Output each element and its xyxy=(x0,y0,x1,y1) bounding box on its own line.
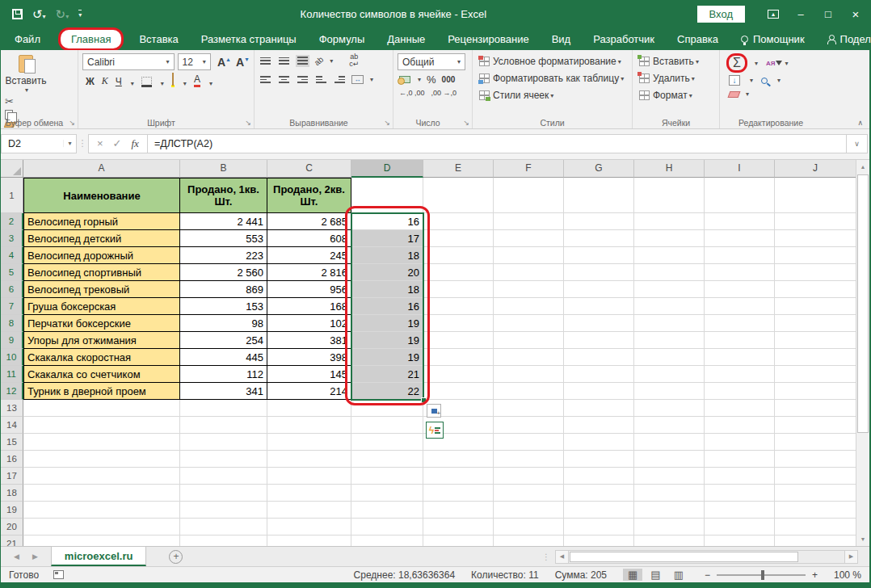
column-header-A[interactable]: A xyxy=(23,160,180,178)
cell-G17[interactable] xyxy=(564,468,634,485)
align-middle-button[interactable] xyxy=(277,55,291,67)
cell-E2[interactable] xyxy=(423,213,494,230)
cell-A5[interactable]: Велосипед спортивный xyxy=(23,264,180,281)
cell-C21[interactable] xyxy=(267,536,351,546)
cell-J21[interactable] xyxy=(775,536,856,546)
cancel-entry-button[interactable]: × xyxy=(97,137,103,149)
cell-A11[interactable]: Скакалка со счетчиком xyxy=(23,366,180,383)
row-header-6[interactable]: 6 xyxy=(1,281,23,298)
merge-caret-icon[interactable]: ▾ xyxy=(370,76,373,83)
cell-F17[interactable] xyxy=(494,468,564,485)
cell-G8[interactable] xyxy=(564,315,634,332)
autosum-button[interactable]: Σ xyxy=(729,56,745,70)
cell-F7[interactable] xyxy=(494,298,564,315)
cell-C10[interactable]: 398 xyxy=(267,349,351,366)
row-header-7[interactable]: 7 xyxy=(1,298,23,315)
column-header-D[interactable]: D xyxy=(351,160,423,178)
cell-C16[interactable] xyxy=(267,451,351,468)
fill-color-button[interactable] xyxy=(171,74,175,87)
cut-button[interactable]: ✂ xyxy=(5,95,74,107)
row-header-3[interactable]: 3 xyxy=(1,230,23,247)
cell-I7[interactable] xyxy=(705,298,775,315)
cell-A1[interactable]: Наименование xyxy=(23,178,180,213)
autosum-caret-icon[interactable]: ▾ xyxy=(755,60,758,67)
next-sheet-button[interactable]: ▶ xyxy=(32,552,38,561)
fill-button[interactable]: ↓ xyxy=(729,75,740,86)
cell-G19[interactable] xyxy=(564,502,634,519)
row-header-8[interactable]: 8 xyxy=(1,315,23,332)
increase-decimal-button[interactable]: ←,0 ,00 xyxy=(399,89,425,97)
cell-H2[interactable] xyxy=(634,213,705,230)
align-center-button[interactable] xyxy=(277,74,291,86)
vertical-scrollbar[interactable]: ▲ ▼ xyxy=(856,160,869,546)
scroll-up-button[interactable]: ▲ xyxy=(856,160,869,174)
cell-F10[interactable] xyxy=(494,349,564,366)
cell-F12[interactable] xyxy=(494,383,564,400)
clear-caret-icon[interactable]: ▾ xyxy=(746,90,749,98)
cell-E12[interactable] xyxy=(423,383,494,400)
row-header-9[interactable]: 9 xyxy=(1,332,23,349)
tab-help[interactable]: Справка xyxy=(667,30,729,48)
cell-F13[interactable] xyxy=(494,400,564,417)
borders-button[interactable] xyxy=(141,77,152,87)
cell-G14[interactable] xyxy=(564,417,634,434)
row-header-17[interactable]: 17 xyxy=(1,468,23,485)
select-all-corner[interactable] xyxy=(1,160,23,178)
cell-A9[interactable]: Упоры для отжимания xyxy=(23,332,180,349)
align-bottom-button[interactable] xyxy=(296,55,309,67)
cell-G9[interactable] xyxy=(564,332,634,349)
tab-home[interactable]: Главная xyxy=(61,30,121,48)
cell-B2[interactable]: 2 441 xyxy=(180,213,267,230)
cell-E16[interactable] xyxy=(423,451,494,468)
fill-handle[interactable] xyxy=(421,397,427,403)
cell-I1[interactable] xyxy=(705,178,775,213)
cell-D16[interactable] xyxy=(351,451,423,468)
cell-F5[interactable] xyxy=(494,264,564,281)
cell-B13[interactable] xyxy=(180,400,267,417)
cell-J2[interactable] xyxy=(775,213,856,230)
row-header-16[interactable]: 16 xyxy=(1,451,23,468)
cell-I4[interactable] xyxy=(705,247,775,264)
undo-caret-icon[interactable]: ▾ xyxy=(43,13,46,20)
cell-E17[interactable] xyxy=(423,468,494,485)
row-header-14[interactable]: 14 xyxy=(1,417,23,434)
confirm-entry-button[interactable]: ✓ xyxy=(113,137,122,149)
cell-B7[interactable]: 153 xyxy=(180,298,267,315)
cell-I14[interactable] xyxy=(705,417,775,434)
column-header-I[interactable]: I xyxy=(705,160,775,178)
horizontal-scroll-track[interactable] xyxy=(569,550,844,564)
tab-file[interactable]: Файл xyxy=(1,30,54,48)
cell-D20[interactable] xyxy=(351,519,423,536)
align-right-button[interactable] xyxy=(296,74,309,86)
cell-H4[interactable] xyxy=(634,247,705,264)
number-format-select[interactable]: Общий▾ xyxy=(398,53,465,70)
zoom-level[interactable]: 100 % xyxy=(834,569,861,581)
zoom-slider[interactable] xyxy=(717,574,806,576)
column-header-J[interactable]: J xyxy=(775,160,856,178)
row-header-2[interactable]: 2 xyxy=(1,213,23,230)
cell-H10[interactable] xyxy=(634,349,705,366)
cell-G11[interactable] xyxy=(564,366,634,383)
orientation-button[interactable]: ab xyxy=(313,54,326,67)
tab-data[interactable]: Данные xyxy=(377,30,436,48)
scroll-left-button[interactable]: ◀ xyxy=(555,550,569,564)
horizontal-scrollbar[interactable]: ◀ ▶ xyxy=(555,550,858,564)
cell-D10[interactable]: 19 xyxy=(351,349,423,366)
formula-bar-expand-button[interactable]: ∨ xyxy=(847,134,868,153)
cell-F15[interactable] xyxy=(494,434,564,451)
autofill-options-button[interactable] xyxy=(427,404,441,418)
wrap-text-button[interactable]: abc↵ xyxy=(349,53,359,68)
page-break-view-button[interactable]: ▥ xyxy=(669,569,688,581)
insert-cells-button[interactable]: Вставить ▾ xyxy=(637,55,715,68)
cell-D12[interactable]: 22 xyxy=(351,383,423,400)
cell-J17[interactable] xyxy=(775,468,856,485)
cell-E7[interactable] xyxy=(423,298,494,315)
cell-F1[interactable] xyxy=(494,178,564,213)
cell-G15[interactable] xyxy=(564,434,634,451)
cell-A2[interactable]: Велосипед горный xyxy=(23,213,180,230)
clipboard-dialog-launcher[interactable]: ↘ xyxy=(69,119,75,127)
decrease-decimal-button[interactable]: ,00 →,0 xyxy=(431,89,457,97)
cell-C4[interactable]: 245 xyxy=(267,247,351,264)
cell-H15[interactable] xyxy=(634,434,705,451)
cell-B4[interactable]: 223 xyxy=(180,247,267,264)
